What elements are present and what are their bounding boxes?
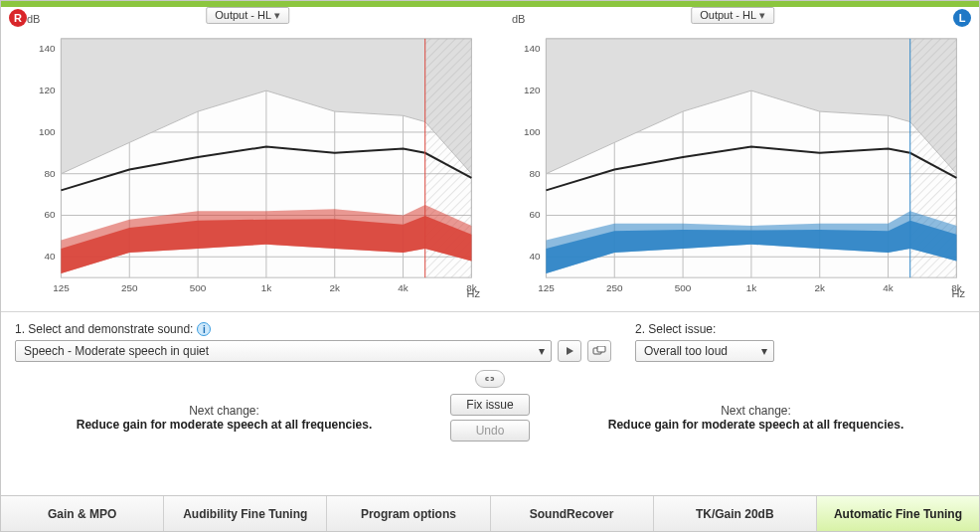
svg-text:2k: 2k — [330, 282, 341, 293]
chart-view-select-left[interactable]: Output - HL — [691, 7, 774, 24]
svg-text:250: 250 — [121, 282, 138, 293]
tab-bar: Gain & MPOAudibility Fine TuningProgram … — [1, 495, 979, 531]
svg-text:4k: 4k — [883, 282, 894, 293]
step1-label: 1. Select and demonstrate sound: — [15, 322, 193, 336]
svg-marker-66 — [567, 347, 573, 355]
ear-badge-right: R — [9, 9, 27, 27]
next-change-label-left: Next change: — [547, 404, 965, 418]
play-button[interactable] — [558, 340, 581, 362]
y-axis-unit-right: dB — [27, 13, 40, 25]
issue-select[interactable]: Overall too loud — [635, 340, 774, 362]
svg-text:500: 500 — [675, 282, 692, 293]
svg-text:4k: 4k — [398, 282, 408, 293]
svg-text:140: 140 — [39, 43, 56, 54]
next-change-text-left: Reduce gain for moderate speech at all f… — [547, 418, 965, 432]
tab-tk-gain-20db[interactable]: TK/Gain 20dB — [654, 496, 817, 531]
y-axis-unit-left: dB — [512, 13, 525, 25]
chart-view-select-right[interactable]: Output - HL — [206, 7, 289, 24]
fix-issue-button[interactable]: Fix issue — [450, 394, 530, 416]
svg-text:125: 125 — [53, 282, 70, 293]
link-ears-toggle[interactable] — [475, 370, 505, 388]
svg-text:60: 60 — [44, 209, 56, 220]
svg-text:80: 80 — [44, 168, 56, 179]
svg-text:1k: 1k — [746, 282, 757, 293]
chart-left[interactable]: 4060801001201401252505001k2k4k8k — [512, 31, 967, 299]
svg-text:1k: 1k — [261, 282, 272, 293]
tab-automatic-fine-tuning[interactable]: Automatic Fine Tuning — [817, 496, 979, 531]
svg-text:100: 100 — [39, 126, 56, 137]
ear-badge-left: L — [953, 9, 971, 27]
next-change-text-right: Reduce gain for moderate speech at all f… — [15, 418, 433, 432]
svg-text:140: 140 — [524, 43, 541, 54]
svg-text:500: 500 — [190, 282, 207, 293]
svg-text:120: 120 — [39, 85, 56, 95]
x-axis-unit-right: Hz — [467, 287, 480, 299]
svg-text:80: 80 — [529, 168, 541, 179]
info-icon[interactable]: i — [197, 322, 211, 336]
charts-row: R Output - HL dB 40608010012014012525050… — [1, 7, 979, 311]
controls-section: 1. Select and demonstrate sound: i Speec… — [1, 311, 979, 457]
loop-button[interactable] — [587, 340, 611, 362]
step2-label: 2. Select issue: — [635, 322, 716, 336]
svg-text:120: 120 — [524, 85, 541, 95]
svg-text:40: 40 — [44, 251, 56, 262]
tab-gain-mpo[interactable]: Gain & MPO — [1, 496, 164, 531]
tab-audibility-fine-tuning[interactable]: Audibility Fine Tuning — [164, 496, 327, 531]
svg-text:250: 250 — [606, 282, 623, 293]
tab-soundrecover[interactable]: SoundRecover — [491, 496, 654, 531]
svg-text:40: 40 — [529, 251, 541, 262]
x-axis-unit-left: Hz — [952, 287, 965, 299]
svg-text:60: 60 — [529, 209, 541, 220]
chart-pane-right: R Output - HL dB 40608010012014012525050… — [9, 11, 486, 303]
next-change-label-right: Next change: — [15, 404, 433, 418]
tab-program-options[interactable]: Program options — [327, 496, 490, 531]
sound-select[interactable]: Speech - Moderate speech in quiet — [15, 340, 552, 362]
chart-pane-left: L Output - HL dB 40608010012014012525050… — [494, 11, 971, 303]
undo-button[interactable]: Undo — [450, 420, 530, 442]
svg-rect-68 — [597, 346, 605, 352]
chart-right[interactable]: 4060801001201401252505001k2k4k8k — [27, 31, 482, 299]
svg-text:125: 125 — [538, 282, 555, 293]
svg-text:2k: 2k — [815, 282, 826, 293]
svg-text:100: 100 — [524, 126, 541, 137]
